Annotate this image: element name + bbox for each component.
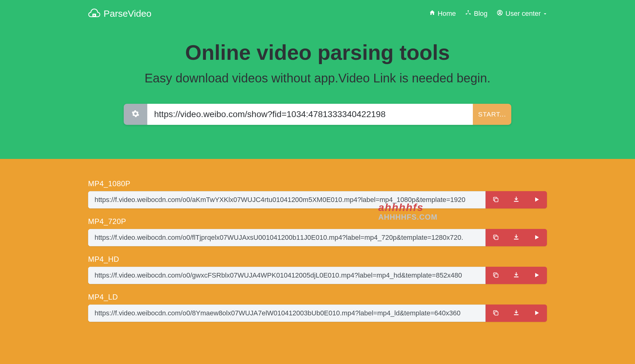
nav-blog[interactable]: Blog [465, 10, 487, 18]
search-box: START... [124, 104, 511, 125]
svg-point-1 [468, 10, 469, 11]
result-url-input[interactable] [88, 305, 486, 322]
result-label: MP4_1080P [88, 179, 547, 188]
result-label: MP4_720P [88, 217, 547, 226]
play-icon [534, 197, 540, 203]
play-button[interactable] [526, 305, 547, 322]
hero-section: ParseVideo Home Blog [0, 0, 635, 159]
result-item: MP4_LD [88, 293, 547, 322]
copy-icon [492, 309, 499, 317]
play-button[interactable] [526, 191, 547, 208]
result-item: MP4_1080P [88, 179, 547, 208]
svg-rect-10 [495, 274, 498, 277]
result-row [88, 191, 547, 208]
result-item: MP4_HD [88, 255, 547, 284]
download-icon [513, 196, 520, 204]
brand-name: ParseVideo [104, 8, 152, 19]
result-row [88, 267, 547, 284]
download-icon [513, 309, 520, 317]
copy-button[interactable] [486, 229, 506, 246]
copy-button[interactable] [486, 305, 506, 322]
svg-point-2 [466, 13, 467, 15]
result-actions [486, 191, 547, 208]
svg-rect-12 [495, 312, 498, 315]
start-button[interactable]: START... [473, 104, 511, 125]
hero-content: Online video parsing tools Easy download… [88, 22, 547, 159]
copy-button[interactable] [486, 191, 506, 208]
download-button[interactable] [506, 267, 526, 284]
download-icon [513, 234, 520, 242]
sparkle-icon [465, 10, 471, 18]
svg-rect-9 [514, 239, 519, 239]
nav-user-center[interactable]: User center [497, 10, 547, 18]
result-url-input[interactable] [88, 191, 486, 208]
result-row [88, 305, 547, 322]
user-icon [497, 10, 503, 18]
home-icon [429, 10, 435, 18]
nav-blog-label: Blog [474, 10, 487, 18]
url-input[interactable] [147, 104, 473, 125]
download-button[interactable] [506, 229, 526, 246]
play-icon [534, 272, 540, 279]
cloud-play-icon [88, 8, 100, 19]
nav-user-center-label: User center [505, 10, 541, 18]
settings-button[interactable] [124, 104, 147, 125]
nav-home-label: Home [438, 10, 456, 18]
hero-subtitle: Easy download videos without app.Video L… [88, 71, 547, 85]
result-actions [486, 229, 547, 246]
result-actions [486, 267, 547, 284]
copy-icon [492, 234, 499, 242]
copy-button[interactable] [486, 267, 506, 284]
result-label: MP4_HD [88, 255, 547, 264]
play-button[interactable] [526, 267, 547, 284]
play-icon [534, 235, 540, 241]
svg-rect-8 [495, 236, 498, 239]
result-actions [486, 305, 547, 322]
svg-rect-13 [514, 314, 519, 315]
result-url-input[interactable] [88, 229, 486, 246]
brand[interactable]: ParseVideo [88, 8, 152, 19]
download-button[interactable] [506, 305, 526, 322]
nav-links: Home Blog User center [429, 10, 547, 18]
download-button[interactable] [506, 191, 526, 208]
result-label: MP4_LD [88, 293, 547, 301]
svg-point-5 [499, 11, 501, 13]
copy-icon [492, 196, 499, 204]
copy-icon [492, 272, 499, 279]
nav-home[interactable]: Home [429, 10, 456, 18]
results-section: MP4_1080PMP4_720PMP4_HDMP4_LD [0, 159, 635, 349]
svg-rect-7 [514, 201, 519, 202]
svg-rect-6 [495, 198, 498, 202]
svg-point-3 [469, 13, 471, 15]
gear-icon [131, 110, 140, 119]
play-button[interactable] [526, 229, 547, 246]
result-row [88, 229, 547, 246]
result-url-input[interactable] [88, 267, 486, 284]
result-item: MP4_720P [88, 217, 547, 246]
hero-title: Online video parsing tools [88, 40, 547, 64]
download-icon [513, 272, 520, 279]
chevron-down-icon [543, 10, 547, 18]
play-icon [534, 310, 540, 317]
navbar: ParseVideo Home Blog [88, 0, 547, 22]
svg-rect-11 [514, 276, 519, 277]
